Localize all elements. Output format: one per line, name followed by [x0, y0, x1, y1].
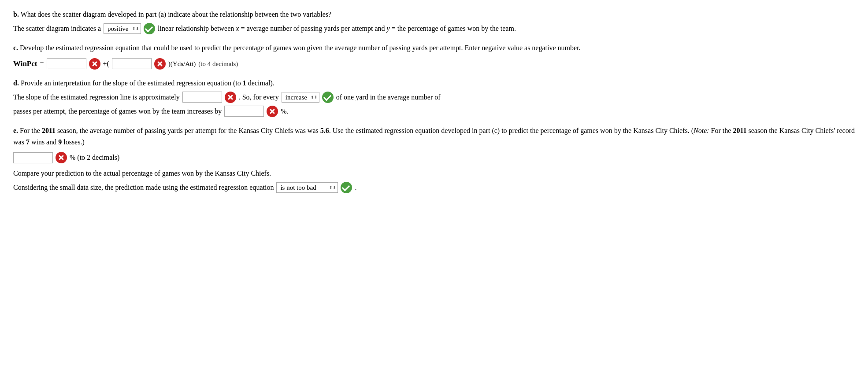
formula-plus: +( — [103, 58, 109, 70]
passes-per-attempt-text: passes per attempt, the percentage of ga… — [13, 106, 222, 117]
relationship-type-select[interactable]: positive negative no — [104, 23, 141, 34]
winpct-label: WinPct — [13, 58, 37, 70]
part-d-description: Provide an interpretation for the slope … — [21, 79, 274, 87]
prediction-quality-select[interactable]: is not too bad is very accurate is very … — [276, 182, 338, 193]
x-icon-slope-d[interactable] — [225, 92, 236, 103]
formula-equals: = — [40, 58, 44, 70]
considering-text: Considering the small data size, the pre… — [13, 182, 274, 193]
yds-att-suffix: )(Yds/Att) — [168, 59, 196, 69]
part-b-after-text: linear relationship between x = average … — [158, 23, 516, 34]
considering-line: Considering the small data size, the pre… — [13, 182, 855, 193]
increase-decrease-select[interactable]: increase decrease — [282, 92, 319, 103]
part-b-question: b. What does the scatter diagram develop… — [13, 9, 855, 20]
of-one-yard: of one yard in the average number of — [336, 92, 441, 103]
part-e-text: e. For the 2011 season, the average numb… — [13, 125, 855, 147]
part-b-label: b. — [13, 11, 19, 18]
part-c-section: c. Develop the estimated regression equa… — [13, 42, 855, 70]
percent-suffix: %. — [281, 106, 288, 117]
percent-to-2-decimals: % (to 2 decimals) — [70, 152, 119, 163]
part-d-line2: passes per attempt, the percentage of ga… — [13, 106, 855, 117]
x-icon-intercept[interactable] — [89, 58, 100, 70]
part-b-answer-row: The scatter diagram indicates a positive… — [13, 23, 855, 34]
slope-value-input[interactable] — [182, 92, 222, 103]
part-d-label: d. — [13, 79, 19, 87]
part-b-question-text: What does the scatter diagram developed … — [21, 11, 332, 18]
part-e-description: For the 2011 season, the average number … — [13, 127, 855, 146]
part-b-section: b. What does the scatter diagram develop… — [13, 9, 855, 34]
x-icon-prediction[interactable] — [56, 152, 67, 163]
part-e-section: e. For the 2011 season, the average numb… — [13, 125, 855, 193]
check-icon-e — [341, 182, 352, 193]
part-c-text: c. Develop the estimated regression equa… — [13, 42, 855, 54]
formula-hint: (to 4 decimals) — [198, 59, 238, 69]
increase-value-input[interactable] — [224, 106, 264, 117]
increase-dropdown-wrapper[interactable]: increase decrease — [282, 92, 319, 103]
part-b-before-text: The scatter diagram indicates a — [13, 23, 101, 34]
part-c-description: Develop the estimated regression equatio… — [20, 44, 580, 52]
check-icon-b — [144, 23, 155, 34]
check-icon-d — [322, 92, 334, 103]
prediction-input[interactable] — [13, 152, 53, 163]
so-for-every: . So, for every — [239, 92, 279, 103]
positive-dropdown-wrapper[interactable]: positive negative no — [104, 23, 141, 34]
part-c-label: c. — [13, 44, 18, 52]
winpct-formula-line: WinPct = +( )(Yds/Att) (to 4 decimals) — [13, 58, 855, 70]
not-too-bad-dropdown-wrapper[interactable]: is not too bad is very accurate is very … — [276, 182, 338, 193]
period: . — [355, 182, 356, 193]
winpct-slope-input[interactable] — [112, 58, 152, 69]
part-d-text: d. Provide an interpretation for the slo… — [13, 77, 855, 89]
part-d-section: d. Provide an interpretation for the slo… — [13, 77, 855, 117]
part-d-line1: The slope of the estimated regression li… — [13, 92, 855, 103]
compare-text: Compare your prediction to the actual pe… — [13, 168, 855, 179]
part-e-percent-line: % (to 2 decimals) — [13, 152, 855, 163]
part-e-label: e. — [13, 127, 18, 134]
slope-text-1: The slope of the estimated regression li… — [13, 92, 180, 103]
winpct-intercept-input[interactable] — [47, 58, 86, 69]
x-icon-increase[interactable] — [267, 106, 278, 117]
x-icon-slope[interactable] — [154, 58, 166, 70]
